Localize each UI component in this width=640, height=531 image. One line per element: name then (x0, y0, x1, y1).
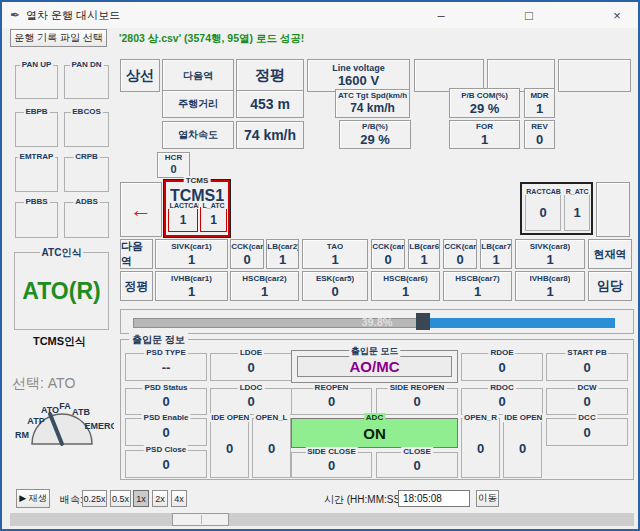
ractcab-label: RACTCAB (524, 188, 561, 195)
r-atc-label: R_ATC (564, 188, 590, 195)
select-file-button[interactable]: 운행 기록 파일 선택 (10, 29, 107, 47)
r-atc-cell: R_ATC 1 (564, 193, 590, 231)
load-status-text: '2803 상.csv' (3574행, 95열) 로드 성공! (119, 32, 304, 46)
window-title: 열차 운행 대시보드 (26, 8, 120, 23)
pb-value: 29 % (360, 132, 390, 147)
lactcab-value: 1 (180, 213, 187, 227)
side-open-l-cell: IDE OPEN_0 (210, 418, 249, 478)
left-arrow-icon: ← (130, 197, 152, 223)
r-atc-value: 1 (573, 205, 580, 220)
horizontal-scrollbar[interactable] (10, 513, 634, 526)
rowA-right-label: 현재역 (588, 239, 632, 269)
table-cell: HSCB(car2)1 (230, 271, 299, 301)
l-atc-value: 1 (210, 213, 217, 227)
play-button[interactable]: ▶ 재생 (16, 489, 50, 508)
hcr-value: 0 (170, 162, 176, 177)
pb-cell: P/B(%) 29 % (339, 120, 411, 149)
pb-com-value: 29 % (470, 101, 500, 116)
table-cell: HSCB(car6)1 (371, 271, 440, 301)
maximize-button[interactable]: □ (514, 4, 544, 26)
atc-mode-value: ATO(R) (15, 253, 108, 329)
distance-label-cell: 주행거리 (162, 90, 234, 118)
go-button[interactable]: 이동 (476, 490, 499, 507)
train-dashboard-window: ✒ 열차 운행 대시보드 – □ × 운행 기록 파일 선택 '2803 상.c… (0, 0, 640, 531)
table-cell: CCK(car7)0 (443, 239, 477, 269)
gauge-label-atp: ATP (27, 416, 44, 426)
next-station-value-cell: 정평 (236, 59, 304, 92)
line-voltage-label: Line voltage (332, 63, 385, 73)
side-reopen-cell: SIDE REOPEN0 (376, 388, 458, 415)
gauge-label-atb: ATB (72, 407, 90, 417)
table-cell: SIVK(car1)1 (155, 239, 228, 269)
indicator-adbs: ADBS (64, 202, 109, 238)
mdr-cell: MDR 1 (524, 88, 555, 118)
psd-status-cell: PSD Status0 (125, 388, 207, 415)
right-cab-group: RACTCAB 0 R_ATC 1 (520, 182, 593, 235)
atc-target-speed-cell: ATC Tgt Spd(km/h 74 km/h (335, 89, 410, 118)
atc-target-speed-label: ATC Tgt Spd(km/h (338, 91, 407, 101)
time-input[interactable] (398, 490, 470, 507)
atc-target-speed-value: 74 km/h (350, 101, 395, 116)
ractcab-cell: RACTCAB 0 (525, 193, 561, 231)
mdr-label: MDR (530, 91, 548, 101)
side-open-r-cell: IDE OPEN_0 (503, 418, 542, 478)
ldoc-cell: LDOC0 (210, 388, 292, 415)
line-voltage-value: 1600 V (338, 73, 379, 88)
gauge-label-ato: ATO (41, 405, 59, 415)
rowB-right-label: 임당 (588, 271, 632, 301)
speed-button-025x[interactable]: 0.25x (82, 490, 107, 507)
table-cell: CCK(car2)0 (230, 239, 264, 269)
rev-cell: REV 0 (524, 120, 555, 149)
direction-arrow-cell: ← (120, 182, 162, 237)
for-value: 1 (481, 132, 488, 147)
start-pb-cell: START PB0 (546, 353, 628, 381)
psd-close-cell: PSD Close0 (125, 450, 207, 478)
open-l-cell: OPEN_L0 (252, 418, 291, 478)
rev-value: 0 (536, 132, 543, 147)
indicator-ebcos: EBCOS (64, 112, 109, 147)
app-icon: ✒ (10, 8, 20, 22)
table-cell: LB(car7)1 (480, 239, 512, 269)
indicator-crpb: CRPB (64, 157, 109, 192)
table-cell: ESK(car5)0 (302, 271, 368, 301)
l-atc-label: L_ATC (200, 202, 226, 209)
ldoe-cell: LDOE0 (210, 353, 292, 381)
close-button[interactable]: × (602, 4, 632, 26)
pb-com-cell: P/B COM(%) 29 % (449, 88, 520, 118)
table-cell: IVHB(car8)1 (515, 271, 585, 301)
speed-button-05x[interactable]: 0.5x (110, 490, 131, 507)
progress-percent-text: 39.8% (121, 316, 633, 328)
table-cell: TAO1 (302, 239, 368, 269)
open-r-cell: OPEN_R0 (461, 418, 500, 478)
empty-cell (558, 59, 631, 92)
minimize-button[interactable]: – (426, 4, 456, 26)
psd-enable-cell: PSD Enable0 (125, 418, 207, 446)
mode-gauge: RM ATP ATO FA ATB EMERG (2, 397, 114, 482)
lactcab-cell: LACTCAB 1 (168, 207, 198, 232)
table-cell: LB(car2)1 (266, 239, 299, 269)
indicator-pbbs: PBBS (15, 202, 58, 238)
dcw-cell: DCW0 (546, 388, 628, 415)
pb-label: P/B(%) (362, 122, 388, 132)
speed-button-1x[interactable]: 1x (133, 490, 149, 507)
adc-value: ON (363, 425, 386, 442)
line-direction-cell: 상선 (120, 59, 160, 92)
door-mode-label: 출입문 모드 (349, 345, 401, 358)
door-mode-cell: 출입문 모드 AO/MC (291, 350, 458, 383)
scrollbar-thumb[interactable] (172, 513, 229, 526)
tcms-recognition-title: TCMS인식 (10, 334, 109, 349)
tcms-group-title: TCMS (184, 176, 211, 185)
table-cell: IVHB(car1)1 (155, 271, 228, 301)
speed-button-4x[interactable]: 4x (171, 490, 187, 507)
for-cell: FOR 1 (449, 120, 520, 149)
pb-com-label: P/B COM(%) (461, 91, 508, 101)
atc-group-title: ATC인식 (40, 246, 84, 260)
hcr-cell: HCR 0 (157, 152, 190, 178)
psd-type-cell: PSD TYPE-- (125, 353, 207, 381)
empty-cell (596, 182, 630, 237)
train-speed-label-cell: 열차속도 (162, 121, 234, 149)
timeline-slider[interactable]: 39.8% (120, 309, 634, 334)
door-panel-title: 출입문 정보 (129, 333, 188, 347)
speed-button-2x[interactable]: 2x (152, 490, 168, 507)
speed-label: 배속: (60, 493, 83, 507)
